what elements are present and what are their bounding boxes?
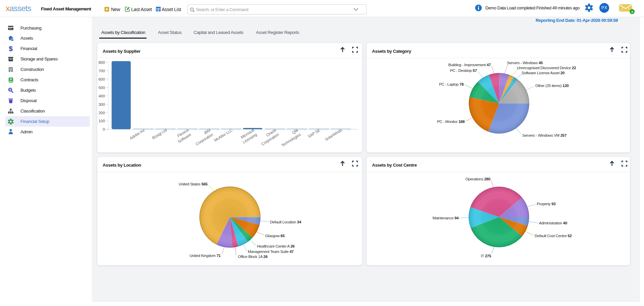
- svg-text:Other (25 items) 120: Other (25 items) 120: [535, 83, 569, 88]
- svg-text:PC - Laptop 78: PC - Laptop 78: [439, 82, 464, 86]
- svg-text:Software License Asset 20: Software License Asset 20: [522, 71, 565, 75]
- svg-text:300: 300: [99, 102, 105, 106]
- svg-text:PC - Desktop 57: PC - Desktop 57: [450, 68, 477, 73]
- svg-text:Adobe Inc: Adobe Inc: [129, 128, 146, 141]
- svg-text:Servers - Windows 45: Servers - Windows 45: [507, 60, 543, 65]
- svg-text:Office Block 1A 26: Office Block 1A 26: [238, 254, 268, 259]
- svg-text:Management Team Suite 47: Management Team Suite 47: [248, 249, 293, 254]
- svg-text:600: 600: [99, 77, 105, 81]
- svg-text:200: 200: [99, 111, 105, 115]
- svg-text:Glasgow 65: Glasgow 65: [265, 233, 285, 238]
- svg-text:0: 0: [103, 127, 105, 131]
- svg-text:100: 100: [99, 119, 105, 123]
- svg-text:Building - Improvement 47: Building - Improvement 47: [448, 62, 491, 67]
- svg-text:Unrecognised Discovered Device: Unrecognised Discovered Device 22: [517, 65, 576, 70]
- svg-text:PC - Monitor 188: PC - Monitor 188: [437, 119, 465, 124]
- svg-text:McAfee LLC: McAfee LLC: [213, 128, 234, 143]
- svg-text:Administration 40: Administration 40: [539, 221, 567, 225]
- svg-text:Default Location 34: Default Location 34: [270, 220, 302, 224]
- svg-text:800: 800: [99, 60, 105, 64]
- svg-text:IT 275: IT 275: [481, 254, 491, 258]
- svg-text:Servers - Windows VM 257: Servers - Windows VM 257: [522, 133, 567, 137]
- svg-text:Property 93: Property 93: [537, 202, 556, 206]
- svg-text:Bizagi Ltd: Bizagi Ltd: [151, 128, 168, 140]
- svg-text:Operations 280: Operations 280: [465, 177, 490, 181]
- svg-text:Healthcare Center A 26: Healthcare Center A 26: [257, 244, 295, 248]
- svg-text:Corporation: Corporation: [195, 132, 214, 146]
- svg-text:Default Cost Centre 52: Default Cost Centre 52: [535, 233, 572, 238]
- svg-text:Technologies: Technologies: [280, 132, 302, 148]
- svg-text:400: 400: [99, 94, 105, 98]
- svg-text:700: 700: [99, 69, 105, 73]
- svg-text:United Kingdom 71: United Kingdom 71: [190, 253, 221, 258]
- svg-text:United States 565: United States 565: [178, 182, 208, 186]
- svg-text:500: 500: [99, 85, 105, 90]
- svg-text:Maintenance 94: Maintenance 94: [432, 216, 459, 220]
